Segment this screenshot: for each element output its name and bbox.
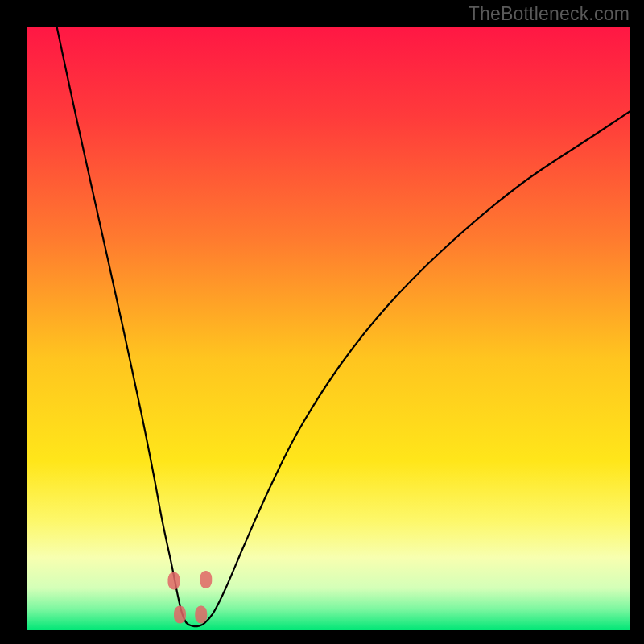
chart-plot-area — [27, 27, 630, 630]
chart-frame: TheBottleneck.com — [0, 0, 644, 644]
marker-group — [168, 571, 213, 624]
curve-marker-3 — [195, 606, 207, 624]
chart-overlay-svg — [27, 27, 630, 630]
watermark-text: TheBottleneck.com — [469, 3, 630, 25]
curve-marker-2 — [174, 606, 186, 624]
curve-marker-1 — [200, 571, 212, 588]
curve-marker-0 — [168, 572, 180, 590]
bottleneck-curve — [57, 27, 631, 626]
